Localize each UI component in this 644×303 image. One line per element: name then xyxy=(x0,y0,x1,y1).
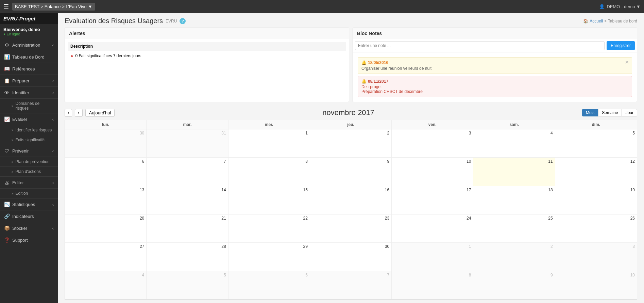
cal-day-num: 6 xyxy=(67,159,144,164)
alert-table: Description ● 0 Fait significatif ces 7 … xyxy=(68,42,346,61)
cal-day[interactable]: 18 xyxy=(473,186,555,214)
breadcrumb-current: Tableau de bord xyxy=(608,19,637,23)
cal-day[interactable]: 24 xyxy=(392,214,473,242)
page-title: Evaluation des Risques Usagers xyxy=(65,17,163,25)
cal-next-button[interactable]: › xyxy=(75,109,82,117)
sidebar-subitem-identifier-risques[interactable]: » Identifier les risques xyxy=(0,125,58,135)
cal-day[interactable]: 8 xyxy=(392,271,473,299)
cal-day[interactable]: 19 xyxy=(555,186,637,214)
alert-dot-icon: ● xyxy=(70,53,73,59)
sidebar-item-stocker[interactable]: 📦 Stocker ‹ xyxy=(0,222,58,234)
cal-day-num: 27 xyxy=(67,244,144,249)
cal-day[interactable]: 16 xyxy=(310,186,392,214)
cal-day[interactable]: 28 xyxy=(147,243,228,271)
cal-day-num: 11 xyxy=(475,159,553,164)
cal-day[interactable]: 1 xyxy=(228,129,310,157)
cal-day[interactable]: 2 xyxy=(310,129,392,157)
enregistrer-button[interactable]: Enregistrer xyxy=(607,41,635,50)
cal-day[interactable]: 26 xyxy=(555,214,637,242)
cal-day[interactable]: 8 xyxy=(228,158,310,186)
cal-day[interactable]: 10 xyxy=(555,271,637,299)
cal-day[interactable]: 30 xyxy=(310,243,392,271)
cal-day[interactable]: 9 xyxy=(310,158,392,186)
cal-day[interactable]: 4 xyxy=(473,129,555,157)
cal-day[interactable]: 7 xyxy=(310,271,392,299)
cal-day[interactable]: 11 xyxy=(473,158,555,186)
help-circle-icon[interactable]: ? xyxy=(180,18,186,24)
cal-day[interactable]: 9 xyxy=(473,271,555,299)
alertes-panel-header: Alertes xyxy=(65,28,349,39)
note-close-icon[interactable]: ✕ xyxy=(625,60,629,65)
sidebar-item-preparer[interactable]: 📋 Préparer ‹ xyxy=(0,75,58,87)
cal-day[interactable]: 3 xyxy=(555,243,637,271)
user-menu[interactable]: 👤 DEMO - demo ▼ xyxy=(599,4,641,9)
cal-day[interactable]: 23 xyxy=(310,214,392,242)
sidebar-item-indicateurs[interactable]: 🔗 Indicateurs xyxy=(0,210,58,222)
sidebar-item-prevenir[interactable]: 🛡 Prévenir ‹ xyxy=(0,145,58,157)
cal-day[interactable]: 14 xyxy=(147,186,228,214)
breadcrumb-nav: 🏠 Accueil > Tableau de bord xyxy=(583,19,637,23)
cal-day-num: 1 xyxy=(394,244,471,249)
cal-day[interactable]: 5 xyxy=(147,271,228,299)
breadcrumb-dropdown[interactable]: BASE-TEST > Enfance > L'Eau Vive ▼ xyxy=(12,3,95,11)
cal-day[interactable]: 15 xyxy=(228,186,310,214)
sidebar-item-references[interactable]: 📖 Références xyxy=(0,63,58,75)
cal-day[interactable]: 20 xyxy=(65,214,147,242)
cal-day[interactable]: 17 xyxy=(392,186,473,214)
cal-day-num: 31 xyxy=(149,131,226,135)
sidebar-item-support[interactable]: ❓ Support xyxy=(0,234,58,246)
cal-day[interactable]: 6 xyxy=(65,158,147,186)
sidebar-item-editer[interactable]: 🖨 Editer ‹ xyxy=(0,177,58,189)
bloc-notes-input[interactable] xyxy=(355,41,605,50)
breadcrumb-home-link[interactable]: Accueil xyxy=(590,19,603,23)
stats-icon: 📉 xyxy=(4,202,10,207)
panels-row: Alertes Description ● xyxy=(58,28,644,106)
cal-week-1: 303112345 xyxy=(65,129,637,158)
cal-day[interactable]: 7 xyxy=(147,158,228,186)
sidebar-subitem-plan-prevention[interactable]: » Plan de prévention xyxy=(0,157,58,167)
cal-day[interactable]: 1 xyxy=(392,243,473,271)
cal-day[interactable]: 25 xyxy=(473,214,555,242)
cal-day[interactable]: 22 xyxy=(228,214,310,242)
cal-day[interactable]: 3 xyxy=(392,129,473,157)
sidebar-item-administration[interactable]: ⚙ Administration ‹ xyxy=(0,39,58,51)
cal-day-num: 15 xyxy=(231,188,308,192)
cal-day[interactable]: 12 xyxy=(555,158,637,186)
note-date-2: 🔔 08/11/2017 xyxy=(361,79,628,84)
sidebar-item-statistiques[interactable]: 📉 Statistiques ‹ xyxy=(0,198,58,210)
sidebar-subitem-domaines[interactable]: » Domaines de risques xyxy=(0,99,58,113)
hamburger-icon[interactable]: ☰ xyxy=(3,3,9,10)
chevron-icon: ‹ xyxy=(52,148,54,154)
sidebar-subitem-plan-actions[interactable]: » Plan d'actions xyxy=(0,167,58,177)
cal-view-semaine-button[interactable]: Semaine xyxy=(598,109,622,116)
calendar-header-row: lun. mar. mer. jeu. ven. sam. dim. xyxy=(65,120,637,129)
cal-day[interactable]: 13 xyxy=(65,186,147,214)
sidebar-item-label: Identifier xyxy=(12,90,29,95)
cal-day[interactable]: 30 xyxy=(65,129,147,157)
cal-day[interactable]: 6 xyxy=(228,271,310,299)
sidebar-item-identifier[interactable]: 👁 Identifier ‹ xyxy=(0,87,58,99)
sidebar-subitem-faits[interactable]: » Faits significatifs xyxy=(0,135,58,145)
main-layout: EVRU-Proget Bienvenue, demo En ligne ⚙ A… xyxy=(0,13,644,303)
cal-day[interactable]: 4 xyxy=(65,271,147,299)
cal-day[interactable]: 29 xyxy=(228,243,310,271)
sidebar-subitem-label: Faits significatifs xyxy=(16,138,46,142)
cal-day[interactable]: 27 xyxy=(65,243,147,271)
cal-day[interactable]: 31 xyxy=(147,129,228,157)
cal-day-num: 7 xyxy=(149,159,226,164)
cal-day[interactable]: 10 xyxy=(392,158,473,186)
sidebar-item-label: Support xyxy=(12,238,28,243)
cal-day[interactable]: 5 xyxy=(555,129,637,157)
cal-day-num: 26 xyxy=(557,216,635,221)
cal-today-button[interactable]: Aujourd'hui xyxy=(85,109,115,117)
sidebar-item-evaluer[interactable]: 📈 Evaluer ‹ xyxy=(0,113,58,125)
cal-day[interactable]: 2 xyxy=(473,243,555,271)
sidebar-item-tableau-de-bord[interactable]: 📊 Tableau de Bord xyxy=(0,51,58,63)
cal-day-num: 9 xyxy=(312,159,389,164)
cal-view-jour-button[interactable]: Jour xyxy=(622,109,637,116)
cal-prev-button[interactable]: ‹ xyxy=(65,109,72,117)
cal-view-mois-button[interactable]: Mois xyxy=(582,109,598,116)
clipboard-icon: 📋 xyxy=(4,78,10,83)
sidebar-subitem-edition[interactable]: » Edition xyxy=(0,189,58,198)
cal-day[interactable]: 21 xyxy=(147,214,228,242)
